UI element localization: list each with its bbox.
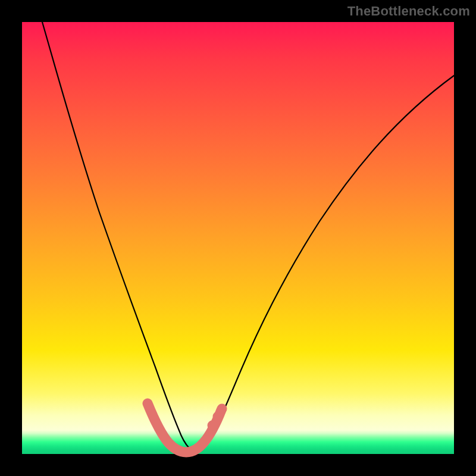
valley-marker-dot <box>217 404 227 414</box>
valley-marker-dot <box>208 421 218 431</box>
chart-svg <box>22 22 454 454</box>
bottleneck-curve <box>42 22 454 451</box>
attribution-text: TheBottleneck.com <box>347 4 470 19</box>
chart-stage: TheBottleneck.com <box>0 0 476 476</box>
plot-area <box>22 22 454 454</box>
